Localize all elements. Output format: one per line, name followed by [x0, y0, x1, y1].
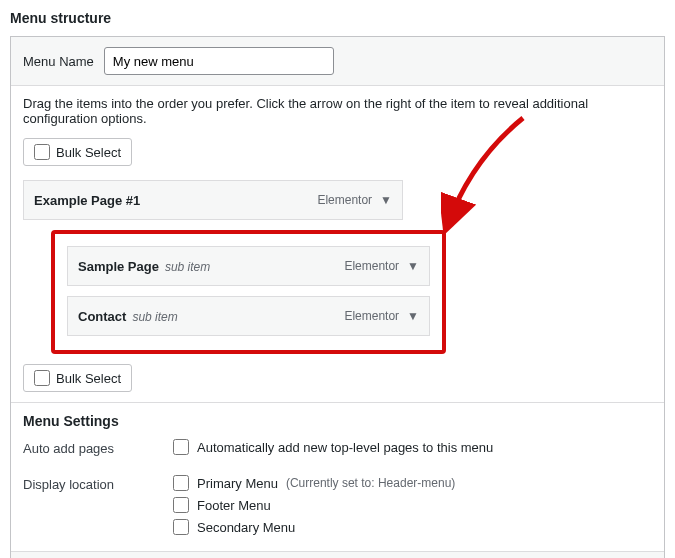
menu-structure-panel: Menu Name Drag the items into the order …	[10, 36, 665, 558]
bulk-select-label: Bulk Select	[56, 371, 121, 386]
location-primary-label: Primary Menu	[197, 476, 278, 491]
auto-add-pages-text: Automatically add new top-level pages to…	[197, 440, 493, 455]
location-secondary-checkbox[interactable]	[173, 519, 189, 535]
sub-item-label: sub item	[132, 310, 177, 324]
menu-item[interactable]: Contact sub item Elementor ▼	[67, 296, 430, 336]
location-footer-checkbox[interactable]	[173, 497, 189, 513]
menu-item[interactable]: Sample Page sub item Elementor ▼	[67, 246, 430, 286]
location-footer-label: Footer Menu	[197, 498, 271, 513]
display-location-label: Display location	[23, 475, 173, 541]
bulk-select-checkbox-top[interactable]	[34, 144, 50, 160]
menu-item-type: Elementor	[344, 259, 399, 273]
sub-item-label: sub item	[165, 260, 210, 274]
annotation-arrow	[441, 110, 561, 240]
location-primary-hint: (Currently set to: Header-menu)	[286, 476, 455, 490]
bulk-select-bottom[interactable]: Bulk Select	[23, 364, 132, 392]
menu-settings-area: Menu Settings Auto add pages Automatical…	[11, 403, 664, 552]
location-secondary-label: Secondary Menu	[197, 520, 295, 535]
bulk-select-checkbox-bottom[interactable]	[34, 370, 50, 386]
chevron-down-icon[interactable]: ▼	[380, 193, 392, 207]
menu-item-title: Example Page #1	[34, 193, 140, 208]
menu-settings-heading: Menu Settings	[23, 413, 652, 429]
location-primary-checkbox[interactable]	[173, 475, 189, 491]
instructions-text: Drag the items into the order you prefer…	[23, 96, 652, 126]
chevron-down-icon[interactable]: ▼	[407, 259, 419, 273]
chevron-down-icon[interactable]: ▼	[407, 309, 419, 323]
auto-add-pages-checkbox[interactable]	[173, 439, 189, 455]
page-heading: Menu structure	[10, 10, 665, 26]
menu-name-label: Menu Name	[23, 54, 94, 69]
menu-name-input[interactable]	[104, 47, 334, 75]
menu-item-type: Elementor	[344, 309, 399, 323]
menu-items-list: Example Page #1 Elementor ▼ Sample Page …	[23, 180, 652, 354]
panel-footer: Save Menu Delete Menu	[11, 552, 664, 558]
menu-item-title: Sample Page	[78, 259, 159, 274]
sub-items-highlight: Sample Page sub item Elementor ▼ Contact…	[51, 230, 446, 354]
menu-items-area: Drag the items into the order you prefer…	[11, 86, 664, 403]
bulk-select-label: Bulk Select	[56, 145, 121, 160]
bulk-select-top[interactable]: Bulk Select	[23, 138, 132, 166]
menu-item[interactable]: Example Page #1 Elementor ▼	[23, 180, 403, 220]
menu-name-row: Menu Name	[11, 37, 664, 86]
auto-add-pages-label: Auto add pages	[23, 439, 173, 461]
menu-item-title: Contact	[78, 309, 126, 324]
menu-item-type: Elementor	[317, 193, 372, 207]
